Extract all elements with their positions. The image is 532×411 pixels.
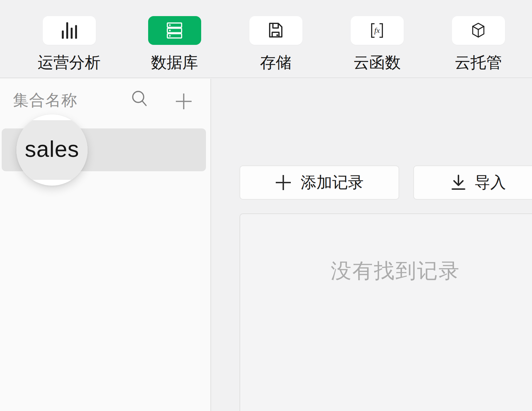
tab-label: 存储 (260, 52, 291, 73)
bar-chart-icon (61, 21, 77, 40)
tab-operation-analysis[interactable]: 运营分析 (38, 16, 100, 73)
tab-label: 运营分析 (38, 52, 101, 73)
empty-state-message: 没有找到记录 (240, 257, 532, 285)
tab-cloud-hosting[interactable]: 云托管 (452, 16, 505, 73)
tab-cloud-functions-button: fx (351, 16, 404, 45)
search-icon (131, 90, 149, 109)
plus-icon (175, 92, 193, 110)
magnifier-loupe: sales (16, 114, 88, 186)
tab-operation-analysis-button (43, 16, 96, 45)
tab-storage-button (249, 16, 302, 45)
add-record-label: 添加记录 (301, 172, 364, 193)
tab-cloud-functions[interactable]: fx 云函数 (350, 16, 404, 73)
tab-database-button (148, 16, 201, 45)
import-button[interactable]: 导入 (413, 165, 532, 200)
svg-text:fx: fx (374, 26, 380, 35)
add-collection-button[interactable] (175, 92, 193, 110)
sidebar-collections: 集合名称 sales sales (0, 79, 211, 411)
collection-list-title: 集合名称 (13, 91, 77, 109)
tab-cloud-hosting-button (452, 16, 505, 45)
save-icon (267, 22, 284, 39)
import-icon (451, 174, 466, 191)
tab-label: 数据库 (151, 52, 198, 73)
plus-icon (275, 174, 291, 191)
loupe-magnified-text: sales (16, 136, 88, 162)
import-label: 导入 (475, 172, 506, 193)
tab-database[interactable]: 数据库 (148, 16, 201, 73)
tab-storage[interactable]: 存储 (249, 16, 302, 73)
toolbar: 运营分析 数据库 (0, 0, 532, 78)
cube-icon (470, 22, 486, 39)
database-icon (166, 22, 183, 39)
search-collections-button[interactable] (131, 90, 149, 109)
records-panel: 没有找到记录 (239, 213, 532, 411)
records-main-area: 添加记录 导入 没有找到记录 (212, 79, 532, 411)
add-record-button[interactable]: 添加记录 (239, 165, 399, 200)
tab-label: 云函数 (353, 52, 401, 73)
function-fx-icon: fx (368, 22, 386, 39)
tab-label: 云托管 (455, 52, 502, 73)
